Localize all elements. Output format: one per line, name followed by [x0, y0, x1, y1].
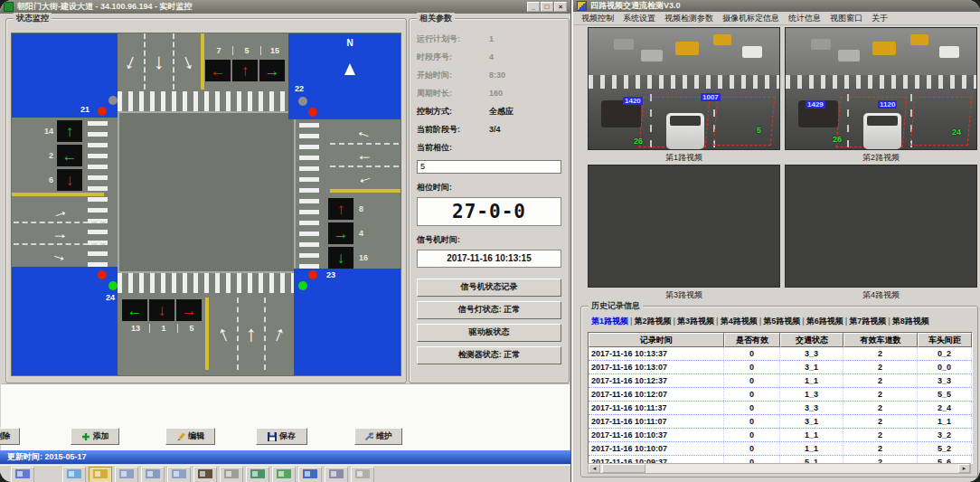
table-cell: 0: [724, 402, 780, 414]
delete-button[interactable]: 删除: [0, 428, 20, 445]
tab-video-7[interactable]: 第7路视频: [849, 317, 886, 326]
video-feed-1[interactable]: 14201007265: [588, 27, 780, 150]
video-label: 第4路视频: [785, 288, 977, 302]
table-cell: 1_1: [780, 442, 843, 455]
table-cell: 2017-11-16 10:11:07: [589, 415, 724, 428]
menu-item-7[interactable]: 关于: [872, 13, 888, 24]
signal-number: 14: [35, 127, 53, 136]
taxi-car: [872, 42, 896, 55]
signal-number: 6: [35, 175, 53, 184]
signal-number: 8: [359, 204, 377, 213]
tab-video-1[interactable]: 第1路视频: [591, 317, 628, 326]
signal-light-green-left-icon: ←: [57, 145, 82, 166]
table-cell: 3_3: [918, 374, 972, 387]
maximize-icon[interactable]: [541, 2, 553, 12]
menu-item-3[interactable]: 视频检测参数: [664, 13, 713, 24]
signal-south-numbers: 1315: [122, 324, 205, 333]
add-button[interactable]: 添加: [71, 428, 119, 445]
table-row[interactable]: 2017-11-16 10:10:0701_125_2: [589, 442, 972, 456]
signal-light-green-down-icon: ↓: [328, 247, 353, 269]
maintain-button[interactable]: 维护: [354, 428, 402, 445]
scrollbar-thumb[interactable]: [602, 464, 645, 473]
video-detection-window: 四路视频交通流检测V3.0 视频控制系统设置视频检测参数摄像机标定信息统计信息视…: [571, 0, 980, 482]
signal-light-red-right-icon: →: [176, 299, 202, 321]
toolbar-button[interactable]: [351, 467, 374, 482]
status-button[interactable]: 驱动板状态: [417, 324, 561, 342]
arrow-down-icon: ↓: [66, 173, 74, 188]
horizontal-scrollbar[interactable]: [588, 463, 971, 474]
tab-video-8[interactable]: 第8路视频: [892, 317, 929, 326]
param-label: 周期时长:: [417, 88, 489, 99]
table-row[interactable]: 2017-11-16 10:11:0703_121_1: [589, 415, 972, 429]
toolbar-button[interactable]: [272, 467, 296, 482]
left-title-bar[interactable]: 朝阳门大街-建设大道 - 34.100.96.194 - 实时监控: [0, 0, 570, 14]
save-button[interactable]: 保存: [256, 428, 307, 445]
toolbar-button[interactable]: [193, 467, 217, 482]
menu-item-5[interactable]: 统计信息: [788, 13, 821, 24]
video-cell-4: 第4路视频: [785, 165, 977, 302]
menu-item-6[interactable]: 视图窗口: [830, 13, 862, 24]
signal-number: 15: [260, 46, 288, 55]
taxi-car: [713, 34, 731, 45]
table-row[interactable]: 2017-11-16 10:12:3701_123_3: [589, 374, 972, 388]
arrow-right-icon: →: [334, 226, 349, 241]
current-phase-input[interactable]: [417, 160, 561, 174]
minimize-icon[interactable]: [527, 2, 540, 12]
lane-count-tag: 24: [952, 128, 961, 137]
parameters-group: 相关参数 运行计划号:1时段序号:4开始时间:8:30周期时长:160控制方式:…: [409, 18, 570, 383]
toolbar-button[interactable]: [298, 467, 322, 482]
toolbar-glyph-icon: [171, 468, 187, 479]
toolbar-glyph-icon: [354, 468, 371, 479]
table-cell: 0: [724, 361, 780, 373]
menu-item-4[interactable]: 摄像机标定信息: [722, 13, 779, 24]
tab-video-3[interactable]: 第3路视频: [677, 317, 714, 326]
button-label: 编辑: [188, 430, 204, 442]
toolbar-button[interactable]: [11, 467, 34, 482]
toolbar-button[interactable]: [220, 467, 243, 482]
table-cell: 2: [843, 388, 918, 401]
toolbar-button[interactable]: [141, 467, 165, 482]
edit-button[interactable]: 编辑: [165, 428, 215, 445]
signal-light-green-right-icon: →: [259, 60, 285, 81]
signal-light-red-up-icon: ↑: [232, 60, 258, 81]
video-feed-3[interactable]: [588, 165, 780, 288]
tab-video-6[interactable]: 第6路视频: [806, 317, 843, 326]
menu-item-2[interactable]: 系统设置: [623, 13, 655, 24]
table-row[interactable]: 2017-11-16 10:12:0701_325_5: [589, 388, 972, 402]
table-row[interactable]: 2017-11-16 10:13:0703_120_0: [589, 361, 972, 374]
window-title: 朝阳门大街-建设大道 - 34.100.96.194 - 实时监控: [17, 1, 193, 13]
table-row[interactable]: 2017-11-16 10:10:3701_123_2: [589, 429, 972, 442]
lane-arrows-east: [330, 122, 399, 185]
tab-video-2[interactable]: 第2路视频: [635, 317, 672, 326]
toolbar-glyph-icon: [145, 468, 161, 479]
param-value: 3/4: [489, 125, 501, 134]
table-cell: 0: [724, 415, 780, 428]
tab-video-4[interactable]: 第4路视频: [721, 317, 758, 326]
param-field: 运行计划号:1: [417, 30, 561, 48]
right-title-bar[interactable]: 四路视频交通流检测V3.0: [573, 0, 980, 12]
table-row[interactable]: 2017-11-16 10:13:3703_320_2: [589, 347, 972, 361]
scroll-left-icon[interactable]: [589, 464, 600, 473]
video-feed-2[interactable]: 142911202624: [785, 27, 977, 150]
table-row[interactable]: 2017-11-16 10:11:3703_322_4: [589, 402, 972, 415]
intersection-center: [118, 111, 296, 273]
arrow-left-icon: ←: [211, 63, 226, 79]
status-button[interactable]: 检测器状态: 正常: [417, 346, 561, 364]
toolbar-button[interactable]: [62, 467, 86, 482]
toolbar-button[interactable]: [115, 467, 138, 482]
status-button[interactable]: 信号灯状态: 正常: [417, 301, 561, 319]
scroll-right-icon[interactable]: [958, 464, 970, 473]
table-cell: 2017-11-16 10:12:07: [589, 388, 724, 401]
toolbar-button[interactable]: [325, 467, 348, 482]
toolbar-button[interactable]: [246, 467, 269, 482]
arrow-up-icon: ↑: [337, 202, 345, 217]
close-icon[interactable]: [554, 2, 567, 12]
lane-arrow-icon: [118, 33, 144, 90]
toolbar-button[interactable]: [167, 467, 191, 482]
table-cell: 5_5: [918, 388, 972, 401]
status-button[interactable]: 信号机状态记录: [417, 279, 561, 297]
video-feed-4[interactable]: [785, 165, 977, 288]
toolbar-button[interactable]: [89, 467, 112, 482]
tab-video-5[interactable]: 第5路视频: [763, 317, 800, 326]
menu-item-1[interactable]: 视频控制: [581, 13, 614, 24]
